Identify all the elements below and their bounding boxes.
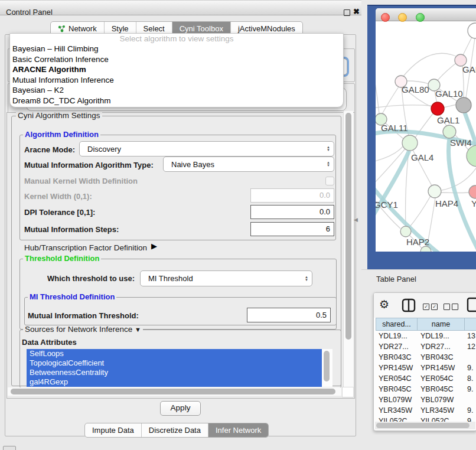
node-label-hap2: HAP2 (406, 237, 429, 247)
gear-icon[interactable]: ⚙ (379, 298, 389, 311)
aracne-mode-combo[interactable]: Discovery ▲▼ (79, 141, 334, 156)
hub-section-label[interactable]: Hub/Transcription Factor Definition (24, 243, 147, 252)
manual-kernel-checkbox[interactable] (325, 177, 334, 185)
bottom-tab-bar: Impute DataDiscretize DataInfer Network (84, 423, 269, 438)
aracne-mode-value: Discovery (80, 145, 323, 154)
table-panel-title: Table Panel (376, 275, 416, 283)
column-header-shared[interactable]: shared... (376, 318, 418, 331)
attribute-betweennesscentrality[interactable]: BetweennessCentrality (27, 368, 322, 377)
table-row[interactable]: YDL19...YDL19...13 (376, 331, 476, 341)
green-node-mid[interactable] (443, 125, 456, 138)
network-edge (401, 53, 458, 79)
node-label-hap4: HAP4 (435, 198, 458, 208)
table-row[interactable]: YBL079WYBL079W (376, 394, 476, 405)
node-label-gal: GAL (462, 64, 476, 74)
which-threshold-combo[interactable]: MI Threshold ▲▼ (140, 270, 312, 286)
split-collapse-icon[interactable]: ◀ (354, 217, 358, 223)
combo-arrows-icon: ▲▼ (323, 146, 334, 152)
mi-steps-field[interactable]: 6 (250, 222, 334, 236)
algorithm-option-aracne-algorithm[interactable]: ARACNE Algorithm (10, 64, 343, 75)
page-icon[interactable] (467, 297, 476, 315)
mi-threshold-title: MI Threshold Definition (28, 293, 116, 301)
network-edge (407, 81, 429, 84)
network-canvas[interactable]: GAL80GALGAL10GAL1GAL11SWI4GAL4GCY1HAP4YH… (376, 21, 476, 252)
settings-vertical-scrollbar[interactable] (343, 111, 353, 387)
dpi-tolerance-field[interactable]: 0.0 (250, 205, 334, 219)
kernel-width-field[interactable]: 0.0 (250, 188, 334, 203)
mi-type-combo[interactable]: Naive Bayes ▲▼ (163, 156, 334, 172)
network-titlebar[interactable] (376, 8, 476, 21)
swi4-node[interactable] (467, 145, 476, 167)
node-table[interactable]: shared...nameA YDL19...YDL19...13YDR27..… (376, 318, 476, 426)
mi-type-value: Naive Bayes (164, 160, 323, 169)
node-label-gal1: GAL1 (437, 115, 459, 125)
deselect-all-icon[interactable] (444, 304, 458, 310)
table-row[interactable]: YPR145WYPR145W9. (376, 363, 476, 373)
mi-threshold-field[interactable]: 0.5 (247, 308, 331, 322)
algorithm-option-bayesian-k2[interactable]: Bayesian – K2 (10, 85, 343, 96)
float-window-icon[interactable] (344, 9, 350, 16)
table-horizontal-scrollbar[interactable] (375, 422, 475, 429)
mi-steps-label: Mutual Information Steps: (24, 225, 119, 234)
combo-arrows-icon: ▲▼ (323, 161, 334, 167)
table-header-row: shared...nameA (376, 318, 476, 331)
node-label-swi4: SWI4 (450, 138, 472, 148)
node-top[interactable] (468, 23, 476, 38)
cyni-settings-title: Cyni Algorithm Settings (16, 112, 102, 120)
expand-right-icon[interactable]: ▶ (151, 242, 157, 250)
table-row[interactable]: YBR043CYBR043C (376, 352, 476, 363)
combo-arrows-icon: ▲▼ (301, 276, 312, 282)
network-edge (442, 167, 476, 190)
node-label-gal4: GAL4 (411, 152, 433, 162)
node-label-y: Y (471, 198, 476, 208)
network-edge (409, 196, 431, 227)
mi-threshold-label: Mutual Information Threshold: (28, 311, 139, 320)
table-row[interactable]: YBR045CYBR045C9. (376, 384, 476, 394)
attribute-gal4rgexp[interactable]: gal4RGexp (27, 377, 322, 387)
node-label-gal11: GAL11 (381, 123, 408, 133)
network-edge (376, 146, 403, 164)
table-panel-window: ⚙ ✓✓ shared...nameA YDL19...YDL19...13YD… (373, 292, 476, 431)
columns-icon[interactable] (402, 298, 416, 315)
table-row[interactable]: YDR27...YDR27...12 (376, 341, 476, 352)
hap2-node[interactable] (400, 226, 411, 237)
algorithm-option-basic-correlation-inference[interactable]: Basic Correlation Inference (10, 54, 343, 65)
which-threshold-value: MI Threshold (141, 274, 301, 283)
dropdown-placeholder: Select algorithm to view settings (10, 34, 343, 44)
column-header-name[interactable]: name (418, 318, 465, 331)
gray-node[interactable] (456, 97, 471, 113)
settings-horizontal-scrollbar[interactable] (8, 387, 341, 396)
sources-title[interactable]: Sources for Network Inference ▼ (23, 325, 143, 334)
minimized-panel-icon[interactable] (3, 446, 16, 450)
collapse-down-icon[interactable]: ▼ (135, 326, 141, 333)
algorithm-option-mutual-information-inference[interactable]: Mutual Information Inference (10, 75, 343, 86)
network-edge-thick (376, 151, 409, 229)
attributes-scrollbar[interactable] (322, 349, 332, 387)
attribute-topologicalcoefficient[interactable]: TopologicalCoefficient (27, 358, 322, 368)
column-header-a[interactable]: A (465, 318, 476, 331)
gal1-red-node[interactable] (431, 102, 444, 115)
algorithm-option-dream8-dc-tdc-algorithm[interactable]: Dream8 DC_TDC Algorithm (10, 96, 343, 106)
which-threshold-label: Which threshold to use: (47, 274, 135, 283)
apply-button[interactable]: Apply (160, 401, 201, 416)
tab-discretize-data[interactable]: Discretize Data (142, 423, 208, 437)
tab-impute-data[interactable]: Impute Data (85, 423, 142, 437)
network-window: GAL80GALGAL10GAL1GAL11SWI4GAL4GCY1HAP4YH… (376, 8, 476, 252)
network-edge (462, 36, 472, 56)
close-icon[interactable]: ✖ (353, 7, 360, 16)
gal4-node[interactable] (402, 135, 418, 151)
table-row[interactable]: YLR345WYLR345W9. (376, 405, 476, 416)
tab-infer-network[interactable]: Infer Network (208, 423, 268, 437)
scrollbar-corner (342, 387, 354, 397)
aracne-mode-label: Aracne Mode: (24, 145, 75, 154)
network-edge (438, 63, 456, 80)
attribute-selfloops[interactable]: SelfLoops (27, 349, 322, 358)
hap4-node[interactable] (428, 185, 441, 198)
select-all-icon[interactable]: ✓✓ (423, 304, 438, 310)
table-row[interactable]: YER054CYER054C8. (376, 373, 476, 384)
mi-type-label: Mutual Information Algorithm Type: (24, 161, 154, 169)
algorithm-option-bayesian-hill-climbing[interactable]: Bayesian – Hill Climbing (10, 44, 343, 54)
dpi-tolerance-label: DPI Tolerance [0,1]: (24, 208, 95, 217)
pink-right-node[interactable] (469, 185, 476, 198)
network-icon (58, 25, 66, 32)
